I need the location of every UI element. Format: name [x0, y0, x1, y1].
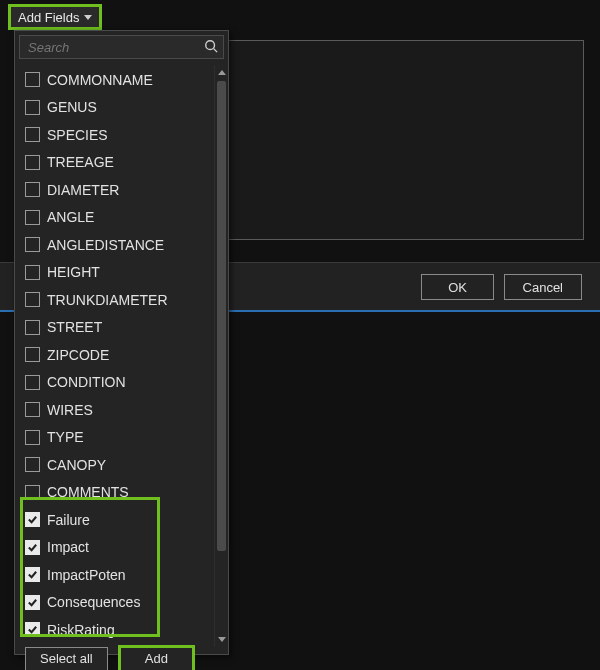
field-item[interactable]: CONDITION	[21, 370, 212, 396]
checkbox[interactable]	[25, 540, 40, 555]
scroll-down-arrow-icon[interactable]	[215, 633, 228, 647]
field-label: ANGLE	[47, 209, 94, 225]
field-label: ImpactPoten	[47, 567, 126, 583]
field-label: SPECIES	[47, 127, 108, 143]
add-fields-dropdown-trigger[interactable]: Add Fields	[10, 6, 100, 28]
field-label: WIRES	[47, 402, 93, 418]
field-label: HEIGHT	[47, 264, 100, 280]
checkbox[interactable]	[25, 72, 40, 87]
search-row	[15, 31, 228, 65]
checkbox[interactable]	[25, 182, 40, 197]
field-label: CONDITION	[47, 374, 126, 390]
search-input[interactable]	[19, 35, 224, 59]
field-label: Consequences	[47, 594, 140, 610]
checkbox[interactable]	[25, 622, 40, 637]
field-item[interactable]: TREEAGE	[21, 150, 212, 176]
field-item[interactable]: Consequences	[21, 590, 212, 616]
field-item[interactable]: COMMONNAME	[21, 67, 212, 93]
ok-button[interactable]: OK	[421, 274, 494, 300]
field-label: Failure	[47, 512, 90, 528]
field-label: CANOPY	[47, 457, 106, 473]
field-label: COMMONNAME	[47, 72, 153, 88]
field-list: COMMONNAMEGENUSSPECIESTREEAGEDIAMETERANG…	[15, 65, 214, 647]
field-item[interactable]: TRUNKDIAMETER	[21, 287, 212, 313]
checkbox[interactable]	[25, 347, 40, 362]
checkbox[interactable]	[25, 375, 40, 390]
check-icon	[27, 542, 38, 553]
search-icon	[204, 39, 218, 53]
checkbox[interactable]	[25, 237, 40, 252]
field-label: Impact	[47, 539, 89, 555]
scrollbar-thumb[interactable]	[217, 81, 226, 551]
field-label: TRUNKDIAMETER	[47, 292, 168, 308]
checkbox[interactable]	[25, 595, 40, 610]
field-item[interactable]: DIAMETER	[21, 177, 212, 203]
add-fields-label: Add Fields	[18, 10, 79, 25]
checkbox[interactable]	[25, 320, 40, 335]
svg-line-1	[214, 49, 218, 53]
checkbox[interactable]	[25, 292, 40, 307]
checkbox[interactable]	[25, 457, 40, 472]
checkbox[interactable]	[25, 512, 40, 527]
check-icon	[27, 569, 38, 580]
field-item[interactable]: WIRES	[21, 397, 212, 423]
field-item[interactable]: GENUS	[21, 95, 212, 121]
checkbox[interactable]	[25, 127, 40, 142]
check-icon	[27, 514, 38, 525]
checkbox[interactable]	[25, 100, 40, 115]
field-label: STREET	[47, 319, 102, 335]
field-item[interactable]: ANGLE	[21, 205, 212, 231]
check-icon	[27, 624, 38, 635]
field-label: DIAMETER	[47, 182, 119, 198]
check-icon	[27, 597, 38, 608]
checkbox[interactable]	[25, 265, 40, 280]
field-label: RiskRating	[47, 622, 115, 638]
dropdown-footer: Select all Add	[15, 647, 228, 671]
field-item[interactable]: ANGLEDISTANCE	[21, 232, 212, 258]
checkbox[interactable]	[25, 155, 40, 170]
screenshot-root: OK Cancel Add Fields COMMONNAMEGENUSSPEC…	[0, 0, 600, 670]
field-label: ZIPCODE	[47, 347, 109, 363]
field-item[interactable]: ImpactPoten	[21, 562, 212, 588]
field-item[interactable]: SPECIES	[21, 122, 212, 148]
field-item[interactable]: COMMENTS	[21, 480, 212, 506]
chevron-down-icon	[84, 15, 92, 20]
field-item[interactable]: ZIPCODE	[21, 342, 212, 368]
field-item[interactable]: Failure	[21, 507, 212, 533]
field-item[interactable]: HEIGHT	[21, 260, 212, 286]
cancel-button[interactable]: Cancel	[504, 274, 582, 300]
checkbox[interactable]	[25, 485, 40, 500]
scrollbar[interactable]	[214, 65, 228, 647]
checkbox[interactable]	[25, 210, 40, 225]
field-label: TREEAGE	[47, 154, 114, 170]
field-item[interactable]: RiskRating	[21, 617, 212, 643]
field-label: TYPE	[47, 429, 84, 445]
field-item[interactable]: STREET	[21, 315, 212, 341]
svg-point-0	[206, 41, 215, 50]
checkbox[interactable]	[25, 402, 40, 417]
checkbox[interactable]	[25, 430, 40, 445]
scroll-up-arrow-icon[interactable]	[215, 65, 228, 79]
field-item[interactable]: Impact	[21, 535, 212, 561]
field-label: COMMENTS	[47, 484, 129, 500]
field-list-wrap: COMMONNAMEGENUSSPECIESTREEAGEDIAMETERANG…	[15, 65, 228, 647]
add-button[interactable]: Add	[120, 647, 193, 671]
field-item[interactable]: TYPE	[21, 425, 212, 451]
field-label: GENUS	[47, 99, 97, 115]
checkbox[interactable]	[25, 567, 40, 582]
add-fields-dropdown-panel: COMMONNAMEGENUSSPECIESTREEAGEDIAMETERANG…	[14, 30, 229, 655]
field-item[interactable]: CANOPY	[21, 452, 212, 478]
field-label: ANGLEDISTANCE	[47, 237, 164, 253]
select-all-button[interactable]: Select all	[25, 647, 108, 671]
